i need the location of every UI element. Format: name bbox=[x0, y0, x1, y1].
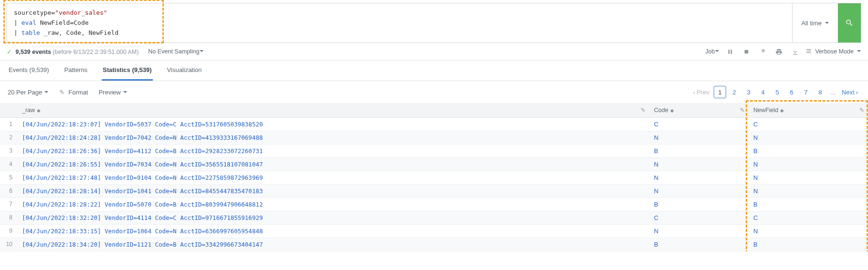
chevron-down-icon bbox=[715, 48, 719, 55]
chevron-down-icon bbox=[123, 89, 128, 96]
row-index: 3 bbox=[0, 145, 17, 158]
page-2-button[interactable]: 2 bbox=[728, 86, 740, 98]
results-table: _raw◆ ✎ Code◆ ✎ NewField◆ ✎ 1[04/Jun/202… bbox=[0, 103, 868, 251]
wand-icon: ✎ bbox=[59, 89, 64, 96]
cell-newfield[interactable]: N bbox=[749, 185, 868, 198]
row-index: 8 bbox=[0, 211, 17, 225]
cell-code[interactable]: N bbox=[649, 158, 749, 171]
cell-raw[interactable]: [04/Jun/2022:18:32:20] VendorID=4114 Cod… bbox=[17, 211, 649, 225]
cell-raw[interactable]: [04/Jun/2022:18:26:36] VendorID=4112 Cod… bbox=[17, 145, 649, 158]
page-6-button[interactable]: 6 bbox=[785, 86, 798, 98]
check-icon: ✓ bbox=[7, 49, 12, 55]
table-row: 4[04/Jun/2022:18:26:55] VendorID=7034 Co… bbox=[0, 158, 868, 171]
page-8-button[interactable]: 8 bbox=[814, 86, 826, 98]
format-dropdown[interactable]: ✎ Format bbox=[59, 89, 88, 96]
tab-patterns[interactable]: Patterns bbox=[64, 61, 88, 81]
sort-icon: ◆ bbox=[780, 108, 784, 113]
table-row: 7[04/Jun/2022:18:28:22] VendorID=5070 Co… bbox=[0, 198, 868, 211]
table-row: 3[04/Jun/2022:18:26:36] VendorID=4112 Co… bbox=[0, 145, 868, 158]
table-row: 1[04/Jun/2022:18:23:07] VendorID=5037 Co… bbox=[0, 118, 868, 131]
cell-newfield[interactable]: N bbox=[749, 131, 868, 145]
chevron-down-icon bbox=[857, 48, 861, 55]
cell-raw[interactable]: [04/Jun/2022:18:27:48] VendorID=9104 Cod… bbox=[17, 171, 649, 185]
cell-code[interactable]: N bbox=[649, 131, 749, 145]
list-icon bbox=[805, 48, 812, 56]
cell-newfield[interactable]: N bbox=[749, 225, 868, 238]
table-row: 9[04/Jun/2022:18:33:15] VendorID=1064 Co… bbox=[0, 225, 868, 238]
download-button[interactable] bbox=[789, 46, 801, 57]
cell-code[interactable]: N bbox=[649, 171, 749, 185]
cell-code[interactable]: N bbox=[649, 185, 749, 198]
row-index: 5 bbox=[0, 171, 17, 185]
row-index: 4 bbox=[0, 158, 17, 171]
per-page-dropdown[interactable]: 20 Per Page bbox=[8, 89, 49, 96]
table-row: 2[04/Jun/2022:18:24:28] VendorID=7042 Co… bbox=[0, 131, 868, 145]
cell-newfield[interactable]: B bbox=[749, 238, 868, 251]
cell-newfield[interactable]: N bbox=[749, 158, 868, 171]
sort-icon: ◆ bbox=[670, 108, 674, 113]
cell-newfield[interactable]: N bbox=[749, 171, 868, 185]
column-header-newfield[interactable]: NewField◆ ✎ bbox=[749, 103, 868, 118]
edit-column-icon[interactable]: ✎ bbox=[740, 107, 745, 114]
row-index: 6 bbox=[0, 185, 17, 198]
cell-raw[interactable]: [04/Jun/2022:18:34:20] VendorID=1121 Cod… bbox=[17, 238, 649, 251]
table-row: 6[04/Jun/2022:18:28:14] VendorID=1041 Co… bbox=[0, 185, 868, 198]
cell-newfield[interactable]: B bbox=[749, 145, 868, 158]
page-1-button[interactable]: 1 bbox=[714, 86, 726, 98]
result-tabs: Events (9,539) Patterns Statistics (9,53… bbox=[0, 61, 868, 81]
column-header-code[interactable]: Code◆ ✎ bbox=[649, 103, 749, 118]
search-input[interactable]: sourcetype="vendor_sales" | eval NewFiel… bbox=[7, 3, 792, 42]
cell-code[interactable]: B bbox=[649, 238, 749, 251]
job-status-bar: ✓ 9,539 events (before 6/13/22 2:39:51.0… bbox=[0, 43, 868, 61]
table-row: 8[04/Jun/2022:18:32:20] VendorID=4114 Co… bbox=[0, 211, 868, 225]
page-7-button[interactable]: 7 bbox=[800, 86, 812, 98]
print-button[interactable] bbox=[773, 46, 784, 57]
time-range-picker[interactable]: All time bbox=[792, 3, 838, 42]
edit-column-icon[interactable]: ✎ bbox=[859, 107, 864, 114]
column-header-index bbox=[0, 103, 17, 118]
table-row: 10[04/Jun/2022:18:34:20] VendorID=1121 C… bbox=[0, 238, 868, 251]
next-page-button[interactable]: Next › bbox=[839, 86, 860, 98]
results-toolbar: 20 Per Page ✎ Format Preview ‹ Prev 1 2 … bbox=[0, 81, 868, 103]
cell-raw[interactable]: [04/Jun/2022:18:33:15] VendorID=1064 Cod… bbox=[17, 225, 649, 238]
search-icon bbox=[845, 19, 854, 27]
edit-column-icon[interactable]: ✎ bbox=[641, 107, 645, 114]
share-button[interactable] bbox=[757, 46, 768, 57]
prev-page-button[interactable]: ‹ Prev bbox=[691, 86, 712, 98]
cell-code[interactable]: B bbox=[649, 198, 749, 211]
tab-events[interactable]: Events (9,539) bbox=[8, 61, 50, 81]
event-sampling-dropdown[interactable]: No Event Sampling bbox=[148, 48, 204, 55]
cell-raw[interactable]: [04/Jun/2022:18:24:28] VendorID=7042 Cod… bbox=[17, 131, 649, 145]
cell-code[interactable]: B bbox=[649, 145, 749, 158]
cell-raw[interactable]: [04/Jun/2022:18:28:22] VendorID=5070 Cod… bbox=[17, 198, 649, 211]
job-dropdown[interactable]: Job bbox=[705, 48, 719, 55]
cell-newfield[interactable]: C bbox=[749, 118, 868, 131]
job-status-text: ✓ 9,539 events (before 6/13/22 2:39:51.0… bbox=[7, 48, 139, 55]
page-3-button[interactable]: 3 bbox=[742, 86, 755, 98]
table-row: 5[04/Jun/2022:18:27:48] VendorID=9104 Co… bbox=[0, 171, 868, 185]
cell-code[interactable]: C bbox=[649, 211, 749, 225]
cell-raw[interactable]: [04/Jun/2022:18:23:07] VendorID=5037 Cod… bbox=[17, 118, 649, 131]
pause-button[interactable] bbox=[724, 46, 736, 57]
cell-raw[interactable]: [04/Jun/2022:18:26:55] VendorID=7034 Cod… bbox=[17, 158, 649, 171]
search-mode-dropdown[interactable]: Verbose Mode bbox=[805, 48, 861, 56]
cell-code[interactable]: N bbox=[649, 225, 749, 238]
cell-newfield[interactable]: B bbox=[749, 198, 868, 211]
cell-code[interactable]: C bbox=[649, 118, 749, 131]
page-4-button[interactable]: 4 bbox=[757, 86, 769, 98]
column-header-raw[interactable]: _raw◆ ✎ bbox=[17, 103, 649, 118]
stop-button[interactable] bbox=[740, 46, 752, 57]
chevron-down-icon bbox=[44, 89, 49, 96]
chevron-right-icon: › bbox=[856, 89, 858, 96]
preview-dropdown[interactable]: Preview bbox=[98, 89, 127, 96]
tab-statistics[interactable]: Statistics (9,539) bbox=[102, 61, 153, 81]
sort-icon: ◆ bbox=[37, 108, 41, 113]
cell-raw[interactable]: [04/Jun/2022:18:28:14] VendorID=1041 Cod… bbox=[17, 185, 649, 198]
chevron-down-icon bbox=[199, 48, 204, 55]
paginator: ‹ Prev 1 2 3 4 5 6 7 8 ... Next › bbox=[691, 86, 860, 98]
tab-visualization[interactable]: Visualization bbox=[166, 61, 203, 81]
search-button[interactable] bbox=[838, 3, 861, 42]
cell-newfield[interactable]: C bbox=[749, 211, 868, 225]
page-5-button[interactable]: 5 bbox=[771, 86, 783, 98]
row-index: 1 bbox=[0, 118, 17, 131]
